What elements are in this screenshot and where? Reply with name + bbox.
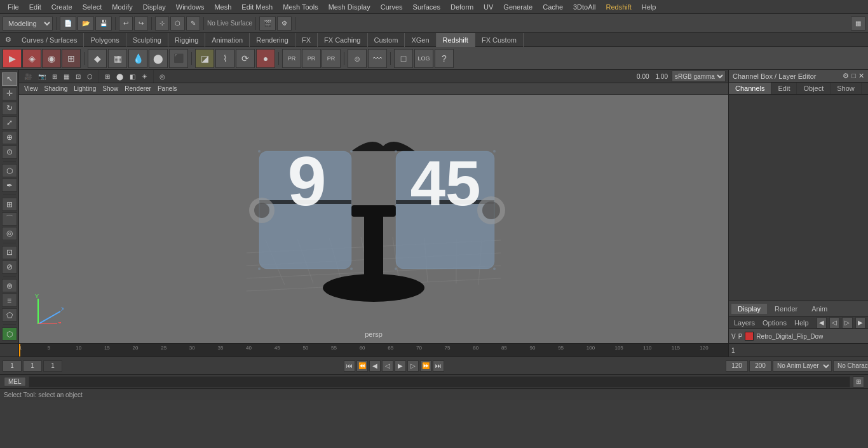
le-menu-layers[interactable]: Layers [731, 318, 757, 328]
range-start-input[interactable] [3, 360, 22, 372]
step-back-key-btn[interactable]: ⏪ [356, 360, 368, 372]
shelf-tab-fx[interactable]: FX [295, 33, 318, 47]
snap-grid-btn[interactable]: ⊞ [2, 198, 17, 211]
shelf-icon-pr3[interactable]: PR [322, 49, 341, 68]
shelf-tab-curves-surfaces[interactable]: Curves / Surfaces [15, 33, 84, 47]
shelf-tab-custom[interactable]: Custom [368, 33, 405, 47]
channel-box-close-btn[interactable]: ✕ [858, 72, 864, 80]
vp-grid-btn[interactable]: ▦ [61, 72, 72, 81]
shelf-icon-rs-log2[interactable]: LOG [414, 49, 433, 68]
range-end-input[interactable] [749, 360, 771, 372]
shelf-icon-diamond[interactable]: ◆ [88, 49, 107, 68]
menu-uv[interactable]: UV [478, 2, 498, 12]
shelf-tab-rigging[interactable]: Rigging [168, 33, 205, 47]
crease-tool-btn[interactable]: ≡ [2, 294, 17, 307]
le-prev2-btn[interactable]: ◁ [829, 317, 839, 329]
shelf-tab-custom2[interactable]: FX Custom [475, 33, 524, 47]
char-set-dropdown[interactable]: No Character Set [833, 360, 868, 372]
anim-end-input[interactable] [726, 360, 748, 372]
render-settings-btn[interactable]: ⚙ [277, 17, 292, 31]
menu-surfaces[interactable]: Surfaces [408, 2, 445, 12]
shelf-icon-cube-rs[interactable]: ◪ [195, 49, 214, 68]
mel-language-label[interactable]: MEL [4, 377, 26, 386]
shelf-tab-animation[interactable]: Animation [205, 33, 250, 47]
channel-box-tab-edit[interactable]: Edit [771, 83, 797, 94]
vp-film-gate-btn[interactable]: ⬡ [85, 72, 95, 81]
paint-select-btn[interactable]: ✎ [186, 17, 200, 31]
new-file-button[interactable]: 📄 [60, 17, 76, 31]
workspace-layout-btn[interactable]: ▦ [851, 17, 865, 31]
menu-edit[interactable]: Edit [24, 2, 46, 12]
le-menu-help[interactable]: Help [792, 318, 811, 328]
shelf-tab-xgen[interactable]: XGen [405, 33, 436, 47]
menu-cache[interactable]: Cache [538, 2, 568, 12]
menu-display[interactable]: Display [138, 2, 171, 12]
vp-texture-btn[interactable]: ◧ [127, 72, 138, 81]
vp-menu-shading[interactable]: Shading [42, 85, 71, 93]
vp-gamma-select[interactable]: sRGB gamma [672, 71, 726, 82]
menu-deform[interactable]: Deform [445, 2, 478, 12]
vp-menu-panels[interactable]: Panels [155, 85, 180, 93]
vp-menu-lighting[interactable]: Lighting [71, 85, 98, 93]
play-back-btn[interactable]: ◁ [382, 360, 393, 372]
menu-file[interactable]: File [3, 2, 24, 12]
menu-help[interactable]: Help [637, 2, 661, 12]
le-next2-btn[interactable]: ▷ [842, 317, 852, 329]
channel-box-tab-show[interactable]: Show [831, 83, 862, 94]
undo-button[interactable]: ↩ [119, 17, 133, 31]
soft-select-btn[interactable]: ⊙ [2, 146, 17, 159]
menu-mesh-tools[interactable]: Mesh Tools [278, 2, 323, 12]
menu-modify[interactable]: Modify [107, 2, 137, 12]
shelf-icon-pr1[interactable]: PR [282, 49, 301, 68]
shelf-icon-circle-red[interactable]: ● [256, 49, 275, 68]
shelf-icon-rs-ipr2[interactable]: ◉ [42, 49, 61, 68]
shelf-tab-fx-caching[interactable]: FX Caching [318, 33, 367, 47]
step-fwd-key-btn[interactable]: ⏩ [420, 360, 431, 372]
vp-isolate-btn[interactable]: ◎ [157, 72, 168, 81]
anim-layer-dropdown[interactable]: No Anim Layer [773, 360, 832, 372]
step-back-btn[interactable]: ◀ [369, 360, 381, 372]
shelf-icon-bracket[interactable]: ⌇ [215, 49, 234, 68]
menu-edit-mesh[interactable]: Edit Mesh [236, 2, 278, 12]
channel-box-tab-channels[interactable]: Channels [729, 83, 771, 94]
menu-redshift[interactable]: Redshift [600, 2, 636, 12]
current-frame-input[interactable] [23, 360, 42, 372]
shelf-icon-rs-render[interactable]: ▶ [3, 49, 22, 68]
shelf-icon-spiral[interactable]: ⟳ [236, 49, 255, 68]
shelf-icon-rs-ipr[interactable]: ◈ [22, 49, 41, 68]
vp-menu-renderer[interactable]: Renderer [122, 85, 154, 93]
shelf-tab-redshift[interactable]: Redshift [437, 33, 475, 47]
scale-tool-btn[interactable]: ⤢ [2, 116, 17, 130]
menu-create[interactable]: Create [46, 2, 78, 12]
shelf-tab-rendering[interactable]: Rendering [250, 33, 295, 47]
vp-camera-btn[interactable]: 🎥 [22, 72, 34, 81]
rotate-tool-btn[interactable]: ↻ [2, 102, 17, 115]
vp-smooth-shade-btn[interactable]: ⬤ [114, 72, 126, 81]
render-region-btn[interactable]: ⊡ [2, 246, 17, 259]
mode-selector[interactable]: Modeling Rigging Animation [3, 17, 53, 31]
vp-menu-view[interactable]: View [22, 85, 41, 93]
vp-perspective-icon[interactable]: ⊞ [50, 72, 60, 81]
shelf-settings-btn[interactable]: ⚙ [1, 33, 15, 47]
select-tool-btn[interactable]: ↖ [2, 72, 17, 86]
range-end-input2[interactable] [43, 360, 62, 372]
shelf-icon-bowl[interactable]: ⌾ [348, 49, 367, 68]
layer-v-label[interactable]: V [731, 333, 736, 340]
vp-menu-show[interactable]: Show [100, 85, 121, 93]
menu-generate[interactable]: Generate [498, 2, 538, 12]
isolate-select-btn[interactable]: ⊘ [2, 261, 17, 274]
vp-persp-btn[interactable]: 📷 [36, 72, 48, 81]
shelf-tab-sculpting[interactable]: Sculpting [126, 33, 168, 47]
quick-sel-btn[interactable]: ⬡ [2, 327, 17, 341]
snap-point-btn[interactable]: ◎ [2, 227, 17, 240]
menu-mesh-display[interactable]: Mesh Display [323, 2, 376, 12]
shelf-icon-sphere[interactable]: ⬤ [149, 49, 168, 68]
select-mode-btn[interactable]: ⊹ [155, 17, 169, 31]
shelf-icon-plane[interactable]: ⬛ [169, 49, 188, 68]
universal-manip-btn[interactable]: ⊕ [2, 131, 17, 144]
menu-windows[interactable]: Windows [171, 2, 210, 12]
sculpt-btn[interactable]: ⬠ [2, 308, 17, 322]
timeline-ruler[interactable]: 1 5 10 15 20 25 30 35 40 45 50 55 60 65 … [19, 344, 728, 356]
render-btn[interactable]: 🎬 [259, 17, 276, 31]
channel-box-maximize-btn[interactable]: □ [851, 72, 856, 80]
